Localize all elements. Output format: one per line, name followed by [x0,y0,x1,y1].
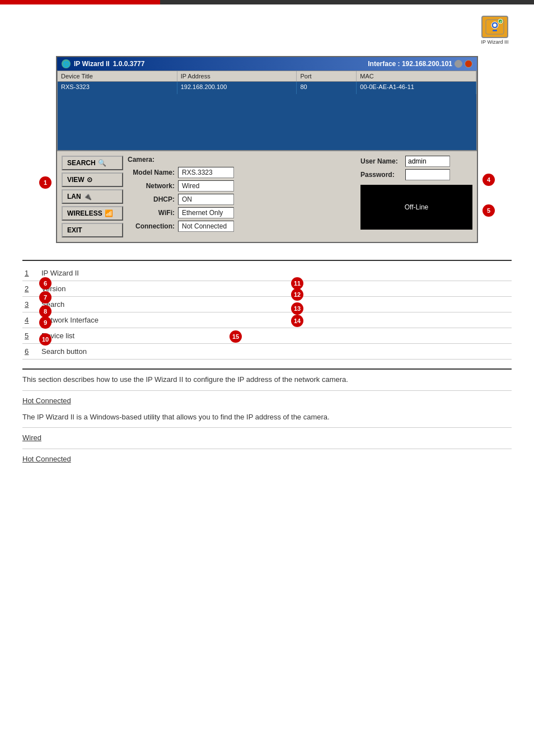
search-icon: 🔍 [98,159,106,167]
minimize-button[interactable] [455,60,462,68]
view-button[interactable]: VIEW ⊙ [62,172,123,187]
wifi-value: Ethernet Only [178,207,234,218]
desc-row-4: 4 Network Interface [22,312,512,328]
exit-label: EXIT [67,226,82,234]
desc-row-2: 2 Version [22,281,512,297]
section-hot-connected-2: Hot Connected [22,454,512,465]
svg-text:✓: ✓ [499,20,502,24]
section-wired: Wired [22,432,512,444]
app-icon-box: ✓ IP Wizard III [478,16,512,45]
username-row: User Name: [360,156,472,167]
dhcp-label: DHCP: [128,195,178,203]
desc-num-5: 5 [22,328,39,344]
app-globe-icon: 🌐 [62,59,71,68]
divider-2 [22,368,512,370]
password-input[interactable] [405,169,450,180]
badge-5: 5 [483,204,495,217]
badge-7: 7 [39,291,51,304]
network-label: Network: [128,182,178,190]
connection-label: Connection: [128,222,178,230]
camera-info: Camera: Model Name: RXS.3323 Network: Wi… [128,156,356,237]
desc-section: 1 IP Wizard II 2 Version 3 Search 4 Netw… [22,260,512,465]
desc-num-3: 3 [22,297,39,312]
desc-num-6: 6 [22,344,39,360]
view-icon: ⊙ [87,176,92,184]
lan-icon: 🔌 [83,193,92,200]
app-version: 1.0.0.3777 [113,60,145,68]
connection-value: Not Connected [178,221,234,232]
app-icon: ✓ [481,16,508,38]
cell-mac: 00-0E-AE-A1-46-11 [357,82,476,94]
col-port: Port [297,71,357,81]
model-row: Model Name: RXS.3323 [128,167,356,178]
top-bar [0,0,534,4]
desc-num-1: 1 [22,265,39,281]
dhcp-value: ON [178,194,234,205]
badge-4: 4 [483,174,495,186]
divider-3 [22,390,512,391]
svg-rect-3 [493,30,497,31]
view-label: VIEW [67,176,85,184]
svg-point-2 [493,24,496,27]
app-title: IP Wizard II [74,60,110,68]
desc-row-1: 1 IP Wizard II [22,265,512,281]
lan-label: LAN [67,193,81,200]
username-input[interactable] [405,156,450,167]
desc-text-5: Device list [39,328,512,344]
model-label: Model Name: [128,169,178,176]
device-table: Device Title IP Address Port MAC RXS-332… [57,71,477,151]
table-row[interactable]: RXS-3323 192.168.200.100 80 00-0E-AE-A1-… [58,82,476,94]
badge-13: 13 [291,302,303,315]
desc-num-4: 4 [22,312,39,328]
search-label: SEARCH [67,159,96,167]
password-label: Password: [360,171,405,179]
icon-area: ✓ IP Wizard III [22,16,512,45]
wireless-label: WIRELESS [67,209,102,217]
lan-button[interactable]: LAN 🔌 [62,189,123,204]
badge-12: 12 [291,288,303,301]
desc-text-3: Search [39,297,512,312]
badge-11: 11 [291,277,303,290]
dhcp-row: DHCP: ON [128,194,356,205]
desc-row-6: 6 Search button [22,344,512,360]
badge-6: 6 [39,277,51,290]
interface-label: Interface : 192.168.200.101 [368,60,452,68]
app-icon-label: IP Wizard III [481,39,509,45]
badge-15: 15 [229,330,242,343]
network-value: Wired [178,180,234,192]
badge-1: 1 [39,176,51,189]
col-device-title: Device Title [58,71,177,81]
app-window-wrapper: 1 2 3 4 5 6 7 8 9 10 11 12 13 14 15 🌐 IP… [56,56,478,243]
badge-8: 8 [39,305,51,318]
desc-table: 1 IP Wizard II 2 Version 3 Search 4 Netw… [22,265,512,360]
desc-text-2: Version [39,281,512,297]
close-button[interactable] [465,60,472,68]
section-note-hot-connected: Hot Connected [22,395,512,407]
bottom-panel: SEARCH 🔍 VIEW ⊙ LAN 🔌 WIRELESS 📶 [57,151,477,242]
desc-row-5: 5 Device list [22,328,512,344]
cell-ip: 192.168.200.100 [177,82,297,94]
wireless-icon: 📶 [105,209,113,217]
wifi-row: WiFi: Ethernet Only [128,207,356,218]
search-button[interactable]: SEARCH 🔍 [62,156,123,170]
desc-text-6: Search button [39,344,512,360]
wireless-button[interactable]: WIRELESS 📶 [62,206,123,221]
titlebar-right: Interface : 192.168.200.101 [368,60,472,68]
right-panel: User Name: Password: Off-Line [360,156,472,237]
app-titlebar: 🌐 IP Wizard II 1.0.0.3777 Interface : 19… [57,57,477,71]
password-row: Password: [360,169,472,180]
divider-4 [22,427,512,428]
badge-10: 10 [39,333,51,346]
section-note-1: This section describes how to use the IP… [22,374,512,386]
wifi-label: WiFi: [128,209,178,217]
table-header: Device Title IP Address Port MAC [58,71,476,82]
cell-device: RXS-3323 [58,82,177,94]
status-box: Off-Line [360,185,472,230]
col-mac: MAC [357,71,476,81]
exit-button[interactable]: EXIT [62,223,123,237]
table-body-empty [58,94,476,150]
cell-port: 80 [297,82,357,94]
connection-row: Connection: Not Connected [128,221,356,232]
model-value: RXS.3323 [178,167,234,178]
app-window: 🌐 IP Wizard II 1.0.0.3777 Interface : 19… [56,56,478,243]
